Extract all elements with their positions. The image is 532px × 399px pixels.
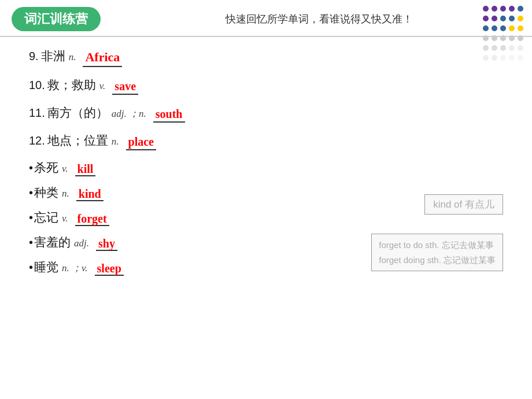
vocab-item-11: 11. 南方（的） adj. ；n. south: [29, 104, 509, 123]
svg-point-8: [509, 16, 515, 21]
answer-wrap-shy: shy: [96, 236, 117, 251]
title-badge: 词汇训练营: [12, 7, 101, 31]
answer-wrap-sleep: sleep: [95, 261, 124, 276]
main-content: 9. 非洲 n. Africa 10. 救；救助 v. save 11. 南方（…: [0, 37, 532, 290]
svg-point-6: [492, 16, 497, 21]
svg-point-10: [483, 25, 489, 31]
hint-forget-line2: forget doing sth. 忘记做过某事: [379, 253, 496, 268]
bullet-kill: •: [29, 161, 33, 175]
svg-point-0: [483, 6, 489, 12]
item-num-12: 12.: [29, 132, 45, 149]
vocab-item-10: 10. 救；救助 v. save: [29, 76, 509, 95]
answer-wrap-kind: kind: [76, 186, 104, 201]
vocab-item-12: 12. 地点；位置 n. place: [29, 132, 509, 150]
svg-point-2: [500, 6, 506, 12]
chinese-9: 非洲: [41, 47, 65, 64]
chinese-kind: 种类: [34, 184, 58, 201]
svg-point-1: [492, 6, 497, 12]
pos-9: n.: [69, 50, 76, 64]
answer-wrap-kill: kill: [75, 161, 96, 176]
pos-forget: v.: [62, 213, 68, 224]
svg-point-14: [518, 25, 523, 31]
vocab-item-9: 9. 非洲 n. Africa: [29, 47, 509, 67]
pos-12: n.: [112, 135, 119, 149]
pos-11: adj. ；n.: [112, 107, 146, 121]
svg-point-9: [518, 16, 523, 21]
answer-wrap-11: south: [153, 105, 185, 123]
answer-forget: forget: [75, 212, 109, 226]
pos-shy: adj.: [74, 238, 89, 249]
item-num-11: 11.: [29, 105, 45, 121]
item-num-10: 10.: [29, 77, 45, 93]
answer-wrap-12: place: [126, 132, 156, 150]
chinese-12: 地点；位置: [47, 132, 108, 149]
answer-11: south: [153, 106, 185, 122]
item-num-9: 9.: [29, 48, 39, 64]
svg-point-3: [509, 6, 515, 12]
bullet-shy: •: [29, 236, 33, 249]
answer-kind: kind: [76, 187, 104, 201]
answer-9: Africa: [83, 49, 122, 66]
hint-forget-line1: forget to do sth. 忘记去做某事: [379, 238, 496, 253]
chinese-10: 救；救助: [47, 76, 96, 93]
subtitle: 快速回忆所学单词，看谁说得又快又准！: [118, 12, 520, 26]
pos-kind: n.: [62, 188, 69, 200]
answer-wrap-10: save: [112, 77, 138, 95]
answer-kill: kill: [75, 162, 96, 176]
bullet-sleep: •: [29, 261, 33, 274]
answer-wrap-9: Africa: [83, 47, 122, 67]
svg-point-13: [509, 25, 515, 31]
answer-wrap-forget: forget: [75, 211, 109, 226]
bullet-item-kill: • 杀死 v. kill: [29, 160, 509, 176]
pos-kill: v.: [62, 163, 68, 175]
chinese-kill: 杀死: [34, 160, 58, 176]
answer-sleep: sleep: [95, 262, 124, 275]
answer-10: save: [112, 78, 138, 94]
svg-point-7: [500, 16, 506, 21]
hint-box-forget: forget to do sth. 忘记去做某事 forget doing st…: [371, 234, 503, 271]
pos-sleep: n. ；v.: [62, 261, 88, 275]
bullet-forget: •: [29, 211, 33, 224]
hint-box-kind: kind of 有点儿: [424, 194, 503, 215]
answer-shy: shy: [96, 237, 117, 250]
pos-10: v.: [99, 79, 106, 93]
chinese-sleep: 睡觉: [34, 259, 58, 275]
chinese-shy: 害羞的: [34, 234, 71, 250]
svg-point-5: [483, 16, 489, 21]
answer-12: place: [126, 134, 156, 150]
chinese-11: 南方（的）: [47, 104, 108, 121]
chinese-forget: 忘记: [34, 209, 58, 226]
svg-point-12: [500, 25, 506, 31]
header: 词汇训练营 快速回忆所学单词，看谁说得又快又准！: [0, 0, 532, 37]
bullet-kind: •: [29, 186, 33, 200]
svg-point-4: [518, 6, 523, 12]
svg-point-11: [492, 25, 497, 31]
